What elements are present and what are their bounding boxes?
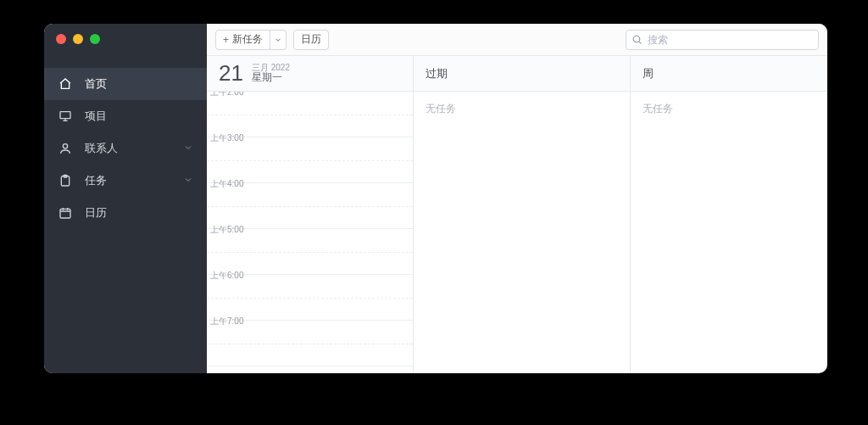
new-task-dropdown-button[interactable] [270,30,287,50]
person-icon [58,141,73,156]
overdue-body: 无任务 [414,92,630,373]
time-row[interactable]: 上午4:00 [207,183,413,229]
search-input[interactable] [648,34,813,46]
week-title: 周 [643,66,654,81]
time-label: 上午3:00 [210,132,243,144]
svg-point-1 [63,144,67,148]
svg-rect-0 [60,112,70,119]
main-content: + 新任务 日历 [207,24,827,373]
sidebar-item-contacts[interactable]: 联系人 [44,132,207,165]
time-row[interactable]: 上午3:00 [207,137,413,183]
new-task-label: 新任务 [232,32,263,47]
week-column: 周 无任务 [631,56,827,373]
chevron-down-icon [274,36,282,44]
new-task-button[interactable]: + 新任务 [215,30,270,50]
svg-rect-4 [60,209,70,218]
time-label: 上午4:00 [210,178,243,190]
sidebar-item-calendar[interactable]: 日历 [44,197,207,229]
window-controls [44,24,207,53]
close-window-button[interactable] [56,34,66,44]
svg-point-5 [633,36,640,42]
calendar-icon [58,205,73,221]
today-column-header: 21 三月 2022 星期一 [207,56,413,92]
today-meta: 三月 2022 星期一 [252,63,290,84]
columns: 21 三月 2022 星期一 上午2:00上午3:00上午4:00上午5:00上… [207,56,827,373]
week-empty-text: 无任务 [643,103,673,115]
time-row[interactable]: 上午7:00 [207,321,413,366]
sidebar: 首页 项目 联系人 [44,24,207,373]
time-row[interactable]: 上午6:00 [207,275,413,321]
time-label: 上午6:00 [210,270,243,282]
chevron-down-icon [183,143,195,154]
calendar-button[interactable]: 日历 [293,30,329,50]
time-row[interactable]: 上午5:00 [207,229,413,275]
sidebar-item-label: 日历 [85,205,195,221]
sidebar-item-label: 项目 [85,109,195,124]
fullscreen-window-button[interactable] [90,34,100,44]
calendar-button-label: 日历 [301,32,321,47]
toolbar: + 新任务 日历 [207,24,827,56]
today-weekday: 星期一 [252,72,290,84]
app-window: 首页 项目 联系人 [44,24,827,373]
today-day-number: 21 [219,60,243,87]
sidebar-nav: 首页 项目 联系人 [44,53,207,229]
overdue-column: 过期 无任务 [414,56,631,373]
overdue-title: 过期 [426,66,448,81]
sidebar-item-tasks[interactable]: 任务 [44,165,207,197]
overdue-column-header: 过期 [414,56,630,92]
sidebar-item-home[interactable]: 首页 [44,68,207,100]
clipboard-icon [58,173,73,188]
time-label: 上午5:00 [210,224,243,236]
time-label: 上午7:00 [210,316,243,327]
today-column: 21 三月 2022 星期一 上午2:00上午3:00上午4:00上午5:00上… [207,56,414,373]
home-icon [58,76,73,92]
sidebar-item-projects[interactable]: 项目 [44,100,207,132]
presentation-icon [58,109,73,124]
time-label: 上午2:00 [210,92,243,98]
chevron-down-icon [183,175,195,187]
sidebar-item-label: 联系人 [85,141,183,156]
search-icon [632,34,643,46]
time-row[interactable]: 上午2:00 [207,92,413,137]
plus-icon: + [223,34,229,46]
minimize-window-button[interactable] [73,34,83,44]
today-timeline[interactable]: 上午2:00上午3:00上午4:00上午5:00上午6:00上午7:00 [207,92,413,373]
search-field[interactable] [626,30,819,50]
sidebar-item-label: 首页 [85,76,195,92]
week-body: 无任务 [631,92,827,373]
new-task-group: + 新任务 [215,30,287,50]
week-column-header: 周 [631,56,827,92]
overdue-empty-text: 无任务 [426,103,456,115]
sidebar-item-label: 任务 [85,173,183,188]
